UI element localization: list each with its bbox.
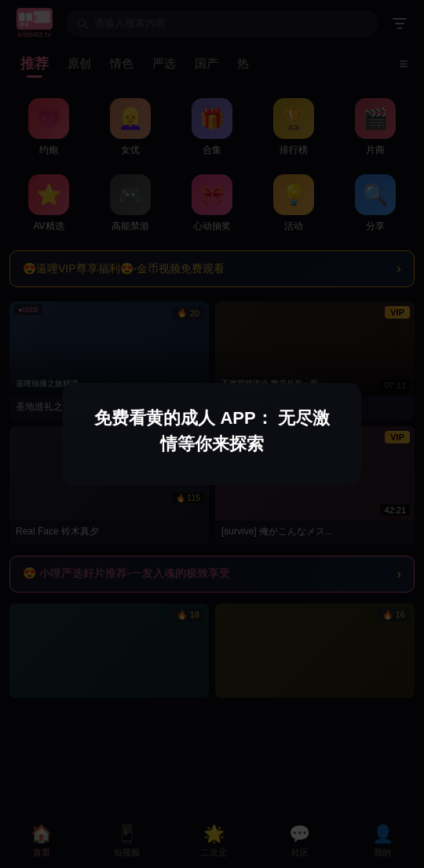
main-overlay[interactable]: 免费看黄的成人 APP： 无尽激情等你来探索 bbox=[0, 0, 424, 868]
overlay-box: 免费看黄的成人 APP： 无尽激情等你来探索 bbox=[63, 383, 361, 485]
overlay-title: 免费看黄的成人 APP： 无尽激情等你来探索 bbox=[88, 405, 336, 457]
